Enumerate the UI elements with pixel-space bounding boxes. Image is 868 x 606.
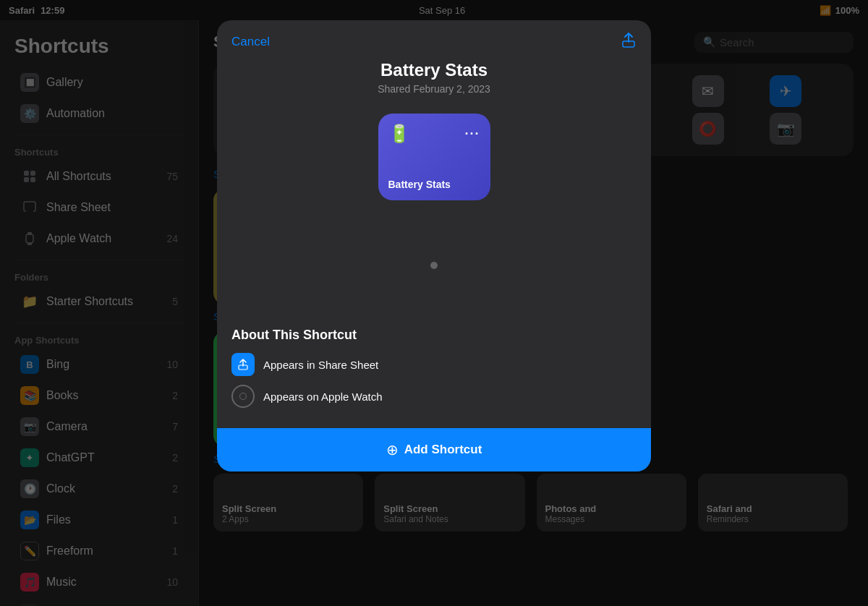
circle-inner bbox=[239, 393, 247, 400]
preview-card: 🔋 ··· Battery Stats bbox=[378, 114, 490, 200]
modal-about: About This Shortcut Appears in Share She… bbox=[217, 316, 651, 428]
about-share-sheet-text: Appears in Share Sheet bbox=[263, 359, 378, 371]
add-shortcut-label: Add Shortcut bbox=[404, 443, 482, 457]
preview-card-top: 🔋 ··· bbox=[388, 124, 480, 144]
modal-shortcut-preview: 🔋 ··· Battery Stats bbox=[217, 106, 651, 215]
modal-loading-area bbox=[217, 215, 651, 316]
modal-subtitle: Shared February 2, 2023 bbox=[231, 83, 637, 95]
modal-share-button[interactable] bbox=[621, 32, 637, 51]
preview-battery-icon: 🔋 bbox=[388, 124, 410, 144]
preview-card-label: Battery Stats bbox=[388, 179, 480, 190]
modal-about-item-share-sheet: Appears in Share Sheet bbox=[231, 353, 637, 376]
modal-title-section: Battery Stats Shared February 2, 2023 bbox=[217, 51, 651, 106]
modal-about-item-apple-watch: Appears on Apple Watch bbox=[231, 385, 637, 408]
modal-header: Cancel bbox=[217, 20, 651, 51]
preview-dots-icon[interactable]: ··· bbox=[464, 127, 480, 142]
loading-dot bbox=[430, 262, 438, 269]
modal-cancel-button[interactable]: Cancel bbox=[231, 35, 270, 49]
modal-overlay[interactable]: Cancel Battery Stats Shared February 2, … bbox=[0, 0, 868, 606]
modal-title: Battery Stats bbox=[231, 60, 637, 80]
about-apple-watch-text: Appears on Apple Watch bbox=[263, 391, 383, 403]
add-shortcut-plus-icon: ⊕ bbox=[386, 441, 399, 458]
about-share-sheet-icon bbox=[231, 353, 255, 376]
modal: Cancel Battery Stats Shared February 2, … bbox=[217, 20, 651, 471]
modal-about-title: About This Shortcut bbox=[231, 328, 637, 343]
add-shortcut-button[interactable]: ⊕ Add Shortcut bbox=[217, 428, 651, 471]
about-apple-watch-icon bbox=[231, 385, 255, 408]
